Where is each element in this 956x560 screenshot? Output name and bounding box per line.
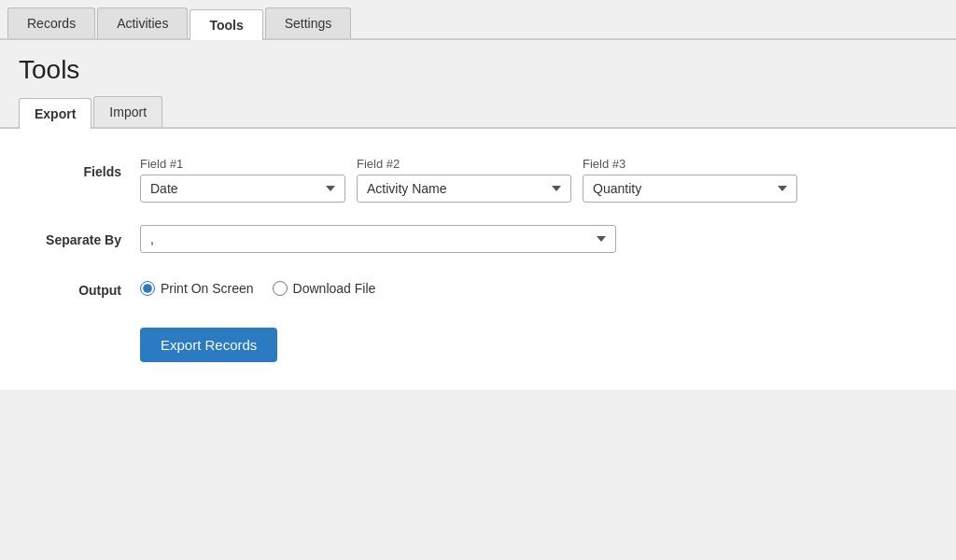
print-on-screen-radio[interactable] [140, 281, 155, 296]
tab-activities[interactable]: Activities [97, 7, 188, 38]
field3-group: Field #3 Date Activity Name Quantity Not… [583, 157, 797, 203]
field3-select[interactable]: Date Activity Name Quantity Notes [583, 175, 797, 203]
fields-controls: Field #1 Date Activity Name Quantity Not… [140, 157, 937, 203]
fields-label: Fields [19, 157, 140, 179]
output-row: Output Print On Screen Download File [19, 275, 937, 298]
field2-group: Field #2 Date Activity Name Quantity Not… [357, 157, 571, 203]
field1-group: Field #1 Date Activity Name Quantity Not… [140, 157, 345, 203]
output-controls: Print On Screen Download File [140, 275, 375, 296]
sub-tabs: Export Import [0, 96, 956, 129]
print-on-screen-option[interactable]: Print On Screen [140, 281, 254, 296]
field3-label: Field #3 [583, 157, 797, 171]
print-on-screen-label: Print On Screen [161, 281, 254, 296]
separate-by-select[interactable]: , ; | Tab [140, 225, 616, 253]
output-label: Output [19, 275, 140, 298]
page-title: Tools [0, 40, 956, 96]
field1-select[interactable]: Date Activity Name Quantity Notes [140, 175, 345, 203]
download-file-radio[interactable] [273, 281, 288, 296]
export-records-button[interactable]: Export Records [140, 328, 277, 362]
top-nav: Records Activities Tools Settings [0, 0, 956, 40]
separate-by-controls: , ; | Tab [140, 225, 937, 253]
field2-label: Field #2 [357, 157, 571, 171]
separate-by-row: Separate By , ; | Tab [19, 225, 937, 253]
tab-tools[interactable]: Tools [190, 9, 262, 40]
tab-settings[interactable]: Settings [265, 7, 352, 38]
tab-records[interactable]: Records [7, 7, 95, 38]
field2-select[interactable]: Date Activity Name Quantity Notes [357, 175, 571, 203]
download-file-option[interactable]: Download File [273, 281, 376, 296]
sub-tab-export[interactable]: Export [19, 98, 91, 129]
separate-by-label: Separate By [19, 225, 140, 247]
field1-label: Field #1 [140, 157, 345, 171]
download-file-label: Download File [293, 281, 376, 296]
fields-row: Fields Field #1 Date Activity Name Quant… [19, 157, 937, 203]
sub-tab-import[interactable]: Import [93, 96, 162, 127]
main-content: Fields Field #1 Date Activity Name Quant… [0, 129, 956, 390]
